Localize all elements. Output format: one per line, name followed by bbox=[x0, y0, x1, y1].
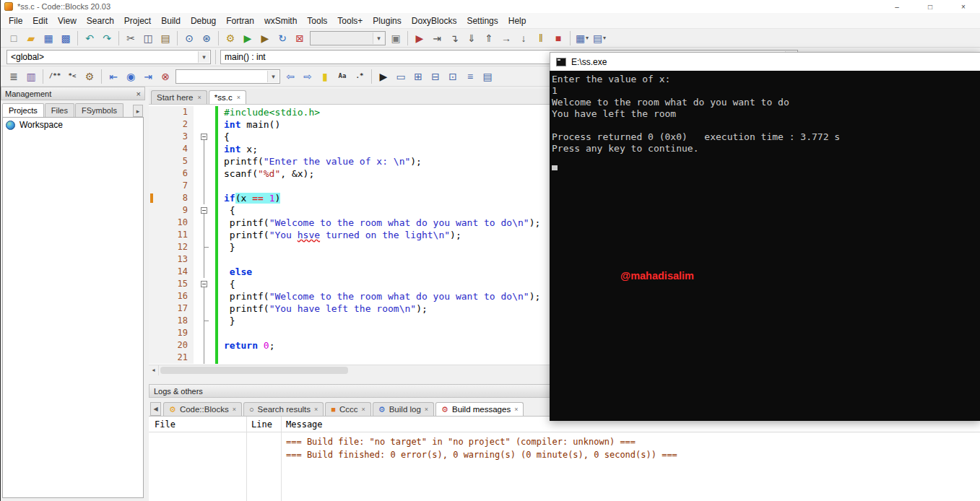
fold-margin[interactable] bbox=[194, 106, 215, 118]
build-message-row[interactable]: === Build file: "no target" in "no proje… bbox=[286, 435, 977, 448]
paste-icon[interactable]: ▤ bbox=[157, 30, 173, 46]
close-tab-icon[interactable]: × bbox=[237, 94, 240, 101]
doxy-block-comment-icon[interactable]: /** bbox=[47, 69, 63, 84]
open-file-icon[interactable]: ▰ bbox=[23, 30, 39, 46]
build-message-row[interactable]: === Build finished: 0 error(s), 0 warnin… bbox=[286, 448, 977, 461]
menu-tools[interactable]: Tools bbox=[302, 13, 332, 29]
doxy-extract-icon[interactable]: ⚙ bbox=[82, 69, 97, 84]
doxy-line-comment-icon[interactable]: *< bbox=[64, 69, 80, 84]
regex-search-icon[interactable]: .* bbox=[352, 69, 368, 84]
undo-icon[interactable]: ↶ bbox=[82, 30, 97, 46]
close-button[interactable]: × bbox=[947, 0, 980, 13]
tree-item-workspace[interactable]: Workspace bbox=[3, 118, 143, 132]
fold-margin[interactable] bbox=[194, 241, 215, 253]
close-panel-icon[interactable]: × bbox=[136, 90, 141, 98]
console-output[interactable]: Enter the value of x:1Welcome to the roo… bbox=[550, 71, 980, 421]
fold-margin[interactable] bbox=[194, 192, 215, 204]
wxsmith-list-icon[interactable]: ≡ bbox=[462, 69, 478, 84]
maximize-button[interactable]: □ bbox=[914, 0, 947, 13]
logs-tabs-scroll-left-icon[interactable]: ◀ bbox=[150, 402, 161, 416]
next-instruction-icon[interactable]: → bbox=[498, 30, 514, 46]
menu-debug[interactable]: Debug bbox=[186, 13, 221, 29]
scrollbar-thumb[interactable] bbox=[160, 367, 348, 374]
editor-tab-ss-c[interactable]: *ss.c× bbox=[209, 90, 246, 104]
chevron-down-icon[interactable]: ▾ bbox=[373, 32, 384, 44]
menu-project[interactable]: Project bbox=[119, 13, 156, 29]
fold-margin[interactable] bbox=[194, 131, 215, 143]
fold-margin[interactable] bbox=[194, 339, 215, 352]
cut-icon[interactable]: ✂ bbox=[123, 30, 139, 46]
menu-tools[interactable]: Tools+ bbox=[332, 13, 368, 29]
fold-margin[interactable] bbox=[194, 204, 215, 217]
run-to-cursor-icon[interactable]: ⇥ bbox=[429, 30, 445, 46]
logs-tab-search-results[interactable]: ○Search results× bbox=[243, 402, 324, 416]
console-title-bar[interactable]: E:\ss.exe bbox=[550, 52, 980, 71]
fold-collapse-icon[interactable] bbox=[201, 207, 207, 214]
logs-tab-code-blocks[interactable]: ⚙Code::Blocks× bbox=[163, 402, 242, 416]
menu-plugins[interactable]: Plugins bbox=[368, 13, 406, 29]
goto-previous-changed-line-icon[interactable]: ⇤ bbox=[105, 69, 121, 84]
redo-icon[interactable]: ↷ bbox=[99, 30, 115, 46]
various-info-icon[interactable]: ▤▾ bbox=[591, 30, 607, 46]
minimize-button[interactable]: – bbox=[880, 0, 914, 13]
code-statistics-icon[interactable]: ▥ bbox=[23, 69, 39, 84]
wxsmith-frame-icon[interactable]: ▭ bbox=[393, 69, 409, 84]
abort-build-icon[interactable]: ⊠ bbox=[292, 30, 308, 46]
menu-wxsmith[interactable]: wxSmith bbox=[259, 13, 302, 29]
next-line-icon[interactable]: ↴ bbox=[446, 30, 462, 46]
menu-search[interactable]: Search bbox=[82, 13, 119, 29]
build-and-run-icon[interactable]: ▶ bbox=[257, 30, 273, 46]
title-bar[interactable]: *ss.c - Code::Blocks 20.03 –□× bbox=[1, 0, 980, 13]
close-tab-icon[interactable]: × bbox=[233, 406, 236, 413]
debug-continue-icon[interactable]: ▶ bbox=[412, 30, 428, 46]
fold-margin[interactable] bbox=[194, 352, 215, 364]
scroll-left-icon[interactable]: ◂ bbox=[149, 365, 159, 375]
fold-margin[interactable] bbox=[194, 217, 215, 229]
menu-build[interactable]: Build bbox=[156, 13, 186, 29]
new-file-icon[interactable]: □ bbox=[6, 30, 22, 46]
fold-margin[interactable] bbox=[194, 290, 215, 302]
management-tab-files[interactable]: Files bbox=[45, 103, 74, 117]
step-into-instruction-icon[interactable]: ↓ bbox=[516, 30, 532, 46]
select-target-icon[interactable]: ▣ bbox=[388, 30, 404, 46]
open-files-list-icon[interactable]: ≣ bbox=[6, 69, 22, 84]
fold-margin[interactable] bbox=[194, 253, 215, 266]
save-all-icon[interactable]: ▩ bbox=[58, 30, 74, 46]
fold-collapse-icon[interactable] bbox=[201, 134, 207, 140]
fold-margin[interactable] bbox=[194, 229, 215, 241]
clear-highlight-icon[interactable]: ⊗ bbox=[157, 69, 173, 84]
wxsmith-panel-icon[interactable]: ⊡ bbox=[445, 69, 461, 84]
fold-margin[interactable] bbox=[194, 327, 215, 339]
fold-margin[interactable] bbox=[194, 167, 215, 180]
fold-margin[interactable] bbox=[194, 143, 215, 155]
search-next-icon[interactable]: ⇨ bbox=[300, 69, 316, 84]
fold-margin[interactable] bbox=[194, 315, 215, 327]
management-tabs-scroll-icon[interactable]: ▸ bbox=[133, 105, 143, 117]
menu-view[interactable]: View bbox=[53, 13, 82, 29]
column-header-file[interactable]: File bbox=[155, 419, 175, 430]
step-into-icon[interactable]: ⇓ bbox=[464, 30, 480, 46]
close-tab-icon[interactable]: × bbox=[362, 406, 365, 413]
match-case-icon[interactable]: Aa bbox=[334, 69, 350, 84]
debugging-windows-icon[interactable]: ▦▾ bbox=[574, 30, 590, 46]
close-tab-icon[interactable]: × bbox=[514, 406, 518, 413]
build-target-select[interactable]: ▾ bbox=[310, 31, 386, 45]
column-header-line[interactable]: Line bbox=[251, 419, 272, 430]
goto-next-changed-line-icon[interactable]: ⇥ bbox=[140, 69, 156, 84]
scope-select[interactable]: <global>▾ bbox=[6, 50, 211, 64]
editor-tab-start-here[interactable]: Start here× bbox=[151, 90, 207, 104]
step-out-icon[interactable]: ⇑ bbox=[481, 30, 497, 46]
rebuild-icon[interactable]: ↻ bbox=[274, 30, 290, 46]
menu-edit[interactable]: Edit bbox=[27, 13, 53, 29]
highlight-occurrences-icon[interactable]: ▮ bbox=[317, 69, 333, 84]
menu-fortran[interactable]: Fortran bbox=[221, 13, 259, 29]
chevron-down-icon[interactable]: ▾ bbox=[198, 51, 209, 63]
menu-settings[interactable]: Settings bbox=[461, 13, 503, 29]
close-tab-icon[interactable]: × bbox=[198, 94, 201, 101]
find-icon[interactable]: ⊙ bbox=[181, 30, 197, 46]
build-icon[interactable]: ⚙ bbox=[222, 30, 238, 46]
save-icon[interactable]: ▦ bbox=[40, 30, 56, 46]
copy-icon[interactable]: ◫ bbox=[140, 30, 156, 46]
logs-tab-build-messages[interactable]: ⚙Build messages× bbox=[435, 402, 524, 416]
wxsmith-box-sizer-icon[interactable]: ⊟ bbox=[428, 69, 443, 84]
